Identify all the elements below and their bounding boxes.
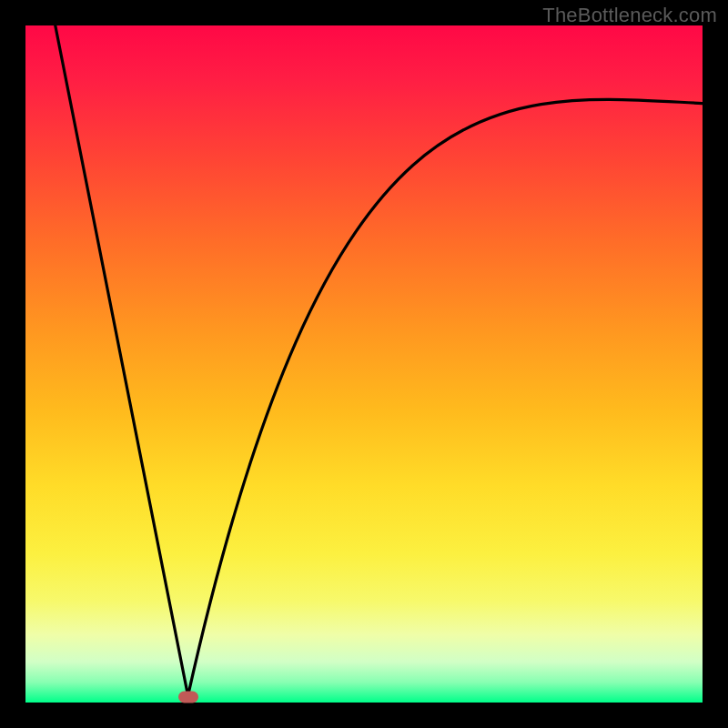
optimal-point-marker bbox=[178, 692, 198, 703]
watermark-text: TheBottleneck.com bbox=[542, 4, 717, 27]
chart-plot-area bbox=[25, 25, 703, 703]
bottleneck-curve bbox=[25, 25, 703, 703]
